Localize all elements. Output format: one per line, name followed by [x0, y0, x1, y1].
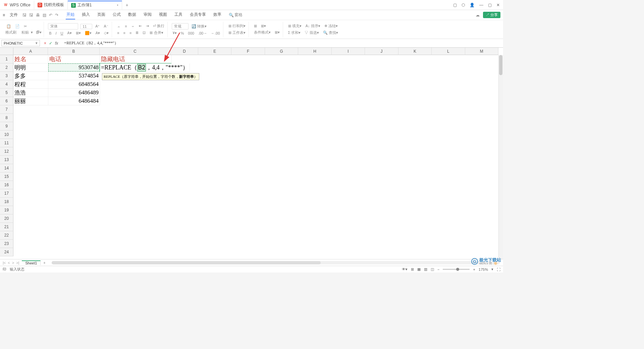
zoom-in-icon[interactable]: +	[473, 267, 475, 271]
tab-start[interactable]: 开始	[66, 10, 75, 19]
saveas-icon[interactable]: 🖫	[29, 13, 33, 17]
row-header-22[interactable]: 22	[0, 231, 13, 240]
highlight-button[interactable]: ◇▾	[103, 31, 110, 36]
cloud-icon[interactable]: ☁	[476, 13, 480, 17]
zoom-slider[interactable]	[443, 269, 470, 270]
format-painter-icon[interactable]: 📋	[5, 24, 12, 29]
freeze-button[interactable]: ❄ 冻结▾	[323, 23, 339, 29]
orientation-icon[interactable]: ⊡	[142, 30, 147, 35]
cell-C1[interactable]: 隐藏电话	[100, 55, 172, 63]
share-button[interactable]: ↗ 分享	[483, 12, 500, 18]
cell-A5[interactable]: 浩浩	[13, 89, 48, 97]
scroll-thumb[interactable]	[499, 55, 502, 75]
filter-button[interactable]: ▽ 筛选▾	[304, 30, 320, 36]
layout-view-icon[interactable]: ◫	[431, 267, 434, 271]
col-header-D[interactable]: D	[171, 48, 198, 55]
prev-sheet-icon[interactable]: <	[8, 261, 10, 265]
grid-icon[interactable]: ⊞	[411, 267, 414, 271]
cond-format-button[interactable]: 条件格式▾	[253, 30, 272, 35]
convert-button[interactable]: 🔄 转换▾	[191, 23, 208, 29]
file-menu[interactable]: 文件	[8, 12, 20, 18]
row-header-6[interactable]: 6	[0, 97, 13, 105]
col-header-K[interactable]: K	[398, 48, 432, 55]
row-header-3[interactable]: 3	[0, 72, 13, 80]
save-icon[interactable]: 🖫	[22, 13, 26, 17]
table-style-icon[interactable]: ⊞	[253, 23, 258, 29]
wrap-button[interactable]: ⏎ 换行	[152, 23, 165, 29]
col-header-H[interactable]: H	[298, 48, 331, 55]
indent-left-icon[interactable]: ⇤	[138, 23, 143, 29]
strike-button[interactable]: A▾	[66, 31, 72, 36]
inc-decimal-icon[interactable]: .00→	[197, 31, 208, 36]
tab-efficiency[interactable]: 效率	[213, 10, 222, 19]
vertical-scrollbar[interactable]	[498, 55, 503, 259]
row-header-13[interactable]: 13	[0, 156, 13, 164]
col-header-I[interactable]: I	[332, 48, 365, 55]
tab-insert[interactable]: 插入	[81, 10, 91, 19]
number-format-select[interactable]: 常规	[172, 23, 189, 30]
rowcol-button[interactable]: ⊞ 行和列▾	[227, 23, 247, 29]
row-header-7[interactable]: 7	[0, 105, 13, 114]
row-header-4[interactable]: 4	[0, 80, 13, 89]
print-icon[interactable]: 🖶	[36, 13, 40, 17]
row-header-10[interactable]: 10	[0, 131, 13, 139]
tab-wps-office[interactable]: W WPS Office	[0, 1, 34, 9]
align-center-icon[interactable]: ≡	[122, 31, 126, 35]
first-sheet-icon[interactable]: |<	[3, 261, 6, 265]
font-size-select[interactable]: 11	[80, 24, 92, 29]
tab-data[interactable]: 数据	[127, 10, 137, 19]
find-button[interactable]: 🔍 查找▾	[322, 30, 339, 36]
cell-A3[interactable]: 多多	[13, 72, 48, 80]
border-button[interactable]: ⊞▾	[75, 31, 82, 36]
sum-button[interactable]: Σ 求和▾	[287, 30, 302, 36]
row-header-18[interactable]: 18	[0, 198, 13, 206]
user-icon[interactable]: 👤	[470, 3, 475, 7]
search-icon[interactable]: 🔍	[229, 13, 234, 17]
cube-icon[interactable]: ⬡	[462, 3, 465, 7]
tab-workbook[interactable]: S 工作簿1 •	[68, 1, 122, 9]
tab-tools[interactable]: 工具	[174, 10, 183, 19]
row-header-15[interactable]: 15	[0, 172, 13, 181]
currency-icon[interactable]: ¥▾	[172, 31, 178, 36]
zoom-chevron-icon[interactable]: ▾	[491, 267, 493, 271]
horizontal-scrollbar[interactable]	[52, 261, 500, 264]
align-bottom-icon[interactable]: ⫟	[130, 24, 136, 29]
redo-icon[interactable]: ↷	[55, 13, 58, 17]
confirm-edit-icon[interactable]: ✓	[49, 41, 52, 46]
col-header-G[interactable]: G	[265, 48, 298, 55]
col-header-J[interactable]: J	[365, 48, 398, 55]
increase-font-icon[interactable]: A⁺	[94, 24, 101, 29]
cell-B6[interactable]: 6486484	[48, 97, 100, 105]
font-name-select[interactable]: 宋体	[48, 23, 78, 30]
zoom-level[interactable]: 175%	[479, 267, 488, 271]
worksheet-button[interactable]: ⊞ 工作表▾	[227, 30, 247, 36]
expand-icon[interactable]: ⛶	[497, 267, 500, 271]
add-sheet-button[interactable]: +	[41, 261, 48, 265]
menu-icon[interactable]: ≡	[3, 13, 5, 17]
row-header-23[interactable]: 23	[0, 240, 13, 248]
spreadsheet-grid[interactable]: ABCDEFGHIJKLM 12345678910111213141516171…	[0, 48, 503, 259]
tab-review[interactable]: 审阅	[143, 10, 152, 19]
paste-icon[interactable]: 📄	[14, 24, 21, 29]
tab-formula[interactable]: 公式	[112, 10, 121, 19]
copy-icon[interactable]: 🗐▾	[36, 30, 42, 35]
cells-area[interactable]: 姓名电话隐藏电话明明9530748多多5374854程程6848564浩浩648…	[13, 55, 498, 259]
col-header-L[interactable]: L	[432, 48, 465, 55]
cell-A4[interactable]: 程程	[13, 80, 48, 89]
sheet-tab-sheet1[interactable]: Sheet1	[22, 260, 41, 265]
underline-button[interactable]: U	[60, 31, 64, 36]
row-header-9[interactable]: 9	[0, 122, 13, 131]
cell-B5[interactable]: 6486489	[48, 89, 100, 97]
cell-B3[interactable]: 5374854	[48, 72, 100, 80]
normal-view-icon[interactable]: ▦	[417, 267, 421, 271]
align-top-icon[interactable]: ⫠	[116, 24, 122, 29]
font-color-button[interactable]: A▾	[95, 31, 101, 36]
row-header-11[interactable]: 11	[0, 139, 13, 147]
row-header-20[interactable]: 20	[0, 214, 13, 223]
page-view-icon[interactable]: ▥	[424, 267, 427, 271]
col-header-M[interactable]: M	[465, 48, 498, 55]
undo-icon[interactable]: ↶	[49, 13, 52, 17]
align-middle-icon[interactable]: ≡	[124, 24, 128, 29]
col-header-C[interactable]: C	[100, 48, 171, 55]
align-right-icon[interactable]: ≡	[128, 31, 132, 35]
